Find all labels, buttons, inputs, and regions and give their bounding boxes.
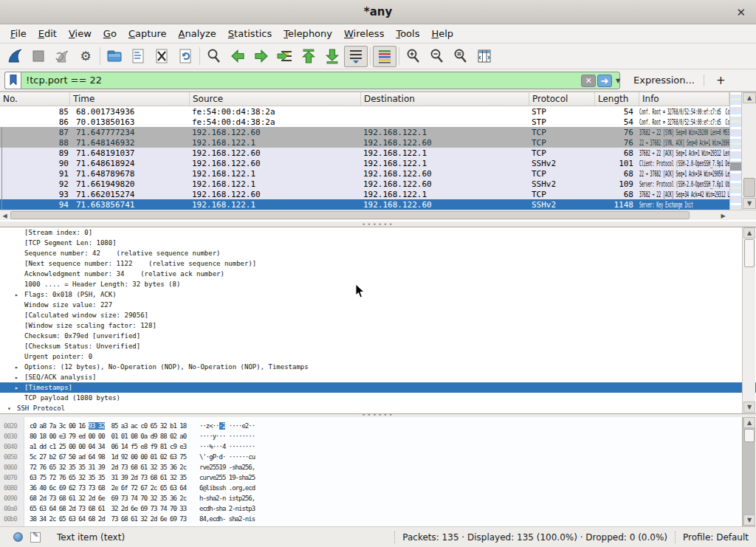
capture-options-button[interactable]: ⚙: [74, 46, 97, 67]
hex-row-0050[interactable]: 00505c 27 b2 67 50 ad 64 98 1d 92 00 00 …: [0, 452, 756, 462]
detail-line-1[interactable]: [TCP Segment Len: 1080]: [0, 238, 756, 248]
filter-bookmarks-button[interactable]: [4, 72, 21, 89]
column-header-protocol[interactable]: Protocol: [529, 92, 595, 106]
filter-clear-button[interactable]: ✕: [581, 75, 596, 87]
hex-row-0040[interactable]: 0040a1 dd c1 25 00 00 04 34 06 14 f5 e8 …: [0, 441, 756, 452]
expander-icon[interactable]: ▸: [15, 385, 24, 391]
expander-icon[interactable]: ▸: [15, 374, 24, 381]
go-forward-button[interactable]: [250, 46, 273, 67]
scroll-down-arrow[interactable]: ▼: [743, 515, 755, 526]
packet-row-86[interactable]: 8670.013850163fe:54:00:d4:38:2aSTP54Conf…: [0, 117, 756, 127]
add-filter-button[interactable]: +: [712, 74, 730, 87]
menu-statistics[interactable]: Statistics: [222, 26, 278, 41]
zoom-out-button[interactable]: [425, 46, 449, 67]
go-first-packet-button[interactable]: [297, 46, 320, 67]
column-header-no[interactable]: No.: [0, 92, 70, 106]
filter-apply-button[interactable]: ➜: [597, 75, 612, 87]
hex-row-0020[interactable]: 0020c0 a8 7a 3c 00 16 93 32 85 a3 ac c0 …: [0, 421, 756, 431]
expander-icon[interactable]: ▸: [15, 292, 24, 298]
hex-row-0060[interactable]: 006072 76 65 32 35 35 31 39 2d 73 68 61 …: [0, 462, 756, 472]
detail-line-14[interactable]: ▸[SEQ/ACK analysis]: [0, 372, 756, 382]
hex-row-0030[interactable]: 003080 18 00 e3 79 ed 00 00 01 01 08 0a …: [0, 431, 756, 441]
column-header-destination[interactable]: Destination: [361, 92, 529, 106]
menu-tools[interactable]: Tools: [390, 26, 425, 41]
minimap-viewport[interactable]: [730, 162, 742, 171]
zoom-original-button[interactable]: [449, 46, 472, 67]
menu-help[interactable]: Help: [425, 26, 459, 41]
detail-line-13[interactable]: ▸Options: (12 bytes), No-Operation (NOP)…: [0, 362, 756, 372]
hscroll-thumb[interactable]: [10, 211, 690, 219]
menu-edit[interactable]: Edit: [32, 26, 63, 41]
display-filter-input[interactable]: !tcp.port == 22 ✕ ➜ ▼: [21, 72, 620, 89]
packet-row-89[interactable]: 8971.648191037192.168.122.60192.168.122.…: [0, 148, 756, 158]
vscroll-thumb[interactable]: [744, 429, 755, 442]
colorize-toggle-button[interactable]: [373, 46, 396, 67]
packet-row-87[interactable]: 8771.647777234192.168.122.60192.168.122.…: [0, 127, 756, 137]
zoom-in-button[interactable]: [402, 46, 425, 67]
menu-wireless[interactable]: Wireless: [338, 26, 390, 41]
expression-button[interactable]: Expression...: [633, 75, 695, 86]
detail-line-8[interactable]: [Calculated window size: 29056]: [0, 310, 756, 320]
scroll-left-arrow[interactable]: ◀: [0, 211, 10, 220]
packet-row-94[interactable]: 9471.663856741192.168.122.1192.168.122.6…: [0, 199, 756, 210]
resize-columns-button[interactable]: [472, 46, 496, 67]
stop-capture-button[interactable]: [27, 46, 50, 67]
hex-row-00b0[interactable]: 00b038 34 2c 65 63 64 68 2d 73 68 61 32 …: [0, 514, 756, 524]
expert-info-icon[interactable]: [13, 532, 23, 542]
detail-line-16[interactable]: TCP payload (1080 bytes): [0, 393, 756, 403]
scroll-right-arrow[interactable]: ▶: [718, 211, 728, 220]
hex-row-00a0[interactable]: 00a065 63 64 68 2d 73 68 61 32 2d 6e 69 …: [0, 503, 756, 514]
capture-comment-icon[interactable]: [30, 532, 41, 543]
vscroll-thumb[interactable]: [743, 178, 755, 197]
detail-line-6[interactable]: ▸Flags: 0x018 (PSH, ACK): [0, 289, 756, 300]
packet-row-91[interactable]: 9171.648789678192.168.122.1192.168.122.6…: [0, 168, 756, 179]
detail-line-2[interactable]: Sequence number: 42 (relative sequence n…: [0, 248, 756, 258]
expander-icon[interactable]: ▾: [7, 405, 17, 412]
hex-row-0090[interactable]: 009068 2d 73 68 61 32 2d 6e 69 73 74 70 …: [0, 493, 756, 503]
detail-line-15[interactable]: ▸[Timestamps]: [0, 382, 756, 393]
detail-line-7[interactable]: Window size value: 227: [0, 300, 756, 310]
detail-line-0[interactable]: [Stream index: 0]: [0, 227, 756, 238]
close-capture-file-button[interactable]: [150, 46, 173, 67]
packet-row-85[interactable]: 8568.001734936fe:54:00:d4:38:2aSTP54Conf…: [0, 106, 756, 117]
packet-row-92[interactable]: 9271.661949820192.168.122.1192.168.122.6…: [0, 179, 756, 189]
column-header-source[interactable]: Source: [190, 92, 361, 106]
reload-capture-file-button[interactable]: [173, 46, 197, 67]
menu-view[interactable]: View: [63, 26, 97, 41]
menu-capture[interactable]: Capture: [123, 26, 173, 41]
detail-line-9[interactable]: [Window size scaling factor: 128]: [0, 320, 756, 331]
profile-label[interactable]: Profile: Default: [683, 532, 756, 543]
go-to-packet-button[interactable]: [273, 46, 297, 67]
hex-row-0070[interactable]: 007063 75 72 76 65 32 35 35 31 39 2d 73 …: [0, 472, 756, 483]
packet-list-hscrollbar[interactable]: ◀ ▶: [0, 210, 729, 220]
detail-line-4[interactable]: Acknowledgment number: 34 (relative ack …: [0, 269, 756, 279]
hex-row-0080[interactable]: 008036 40 6c 69 62 73 73 68 2e 6f 72 67 …: [0, 483, 756, 493]
packet-row-93[interactable]: 9371.662015274192.168.122.60192.168.122.…: [0, 189, 756, 199]
pane-splitter-top[interactable]: ••••••: [0, 221, 756, 227]
menu-analyze[interactable]: Analyze: [173, 26, 222, 41]
expander-icon[interactable]: ▸: [15, 364, 24, 371]
bytes-vscrollbar[interactable]: ▲ ▼: [742, 417, 755, 526]
menu-file[interactable]: File: [4, 26, 32, 41]
detail-line-3[interactable]: [Next sequence number: 1122 (relative se…: [0, 258, 756, 269]
restart-capture-button[interactable]: [50, 46, 74, 67]
open-capture-file-button[interactable]: [103, 46, 126, 67]
column-header-length[interactable]: Length: [595, 92, 639, 106]
scroll-down-arrow[interactable]: ▼: [743, 402, 755, 413]
packet-list-vscrollbar[interactable]: ▲ ▼: [741, 92, 756, 210]
close-window-button[interactable]: ✕: [733, 4, 749, 21]
vscroll-thumb[interactable]: [744, 239, 755, 267]
detail-line-5[interactable]: 1000 .... = Header Length: 32 bytes (8): [0, 279, 756, 289]
detail-line-12[interactable]: Urgent pointer: 0: [0, 351, 756, 362]
go-last-packet-button[interactable]: [320, 46, 344, 67]
packet-row-88[interactable]: 8871.648146932192.168.122.1192.168.122.6…: [0, 137, 756, 148]
save-capture-file-button[interactable]: [126, 46, 150, 67]
column-header-info[interactable]: Info: [639, 92, 729, 106]
go-back-button[interactable]: [226, 46, 250, 67]
menu-go[interactable]: Go: [97, 26, 123, 41]
filter-history-dropdown[interactable]: ▼: [614, 75, 622, 86]
scroll-up-arrow[interactable]: ▲: [743, 227, 755, 238]
packet-row-90[interactable]: 9071.648618924192.168.122.60192.168.122.…: [0, 158, 756, 168]
details-vscrollbar[interactable]: ▲ ▼: [742, 227, 755, 413]
scroll-down-arrow[interactable]: ▼: [743, 198, 756, 209]
